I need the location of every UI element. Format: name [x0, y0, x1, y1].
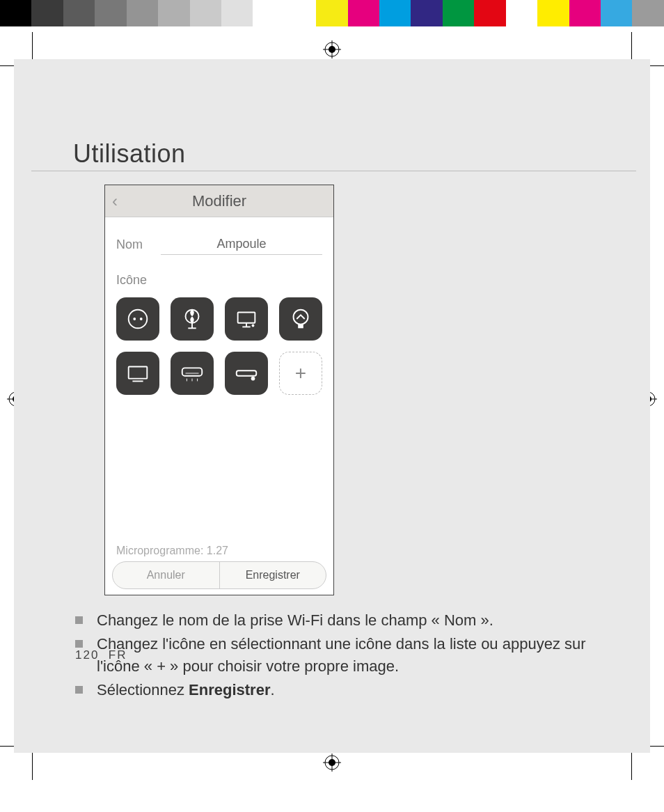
svg-rect-28: [129, 367, 148, 379]
phone-header-title: Modifier: [192, 192, 246, 210]
bullet-square-icon: [75, 640, 83, 648]
socket-icon[interactable]: [116, 297, 159, 341]
name-field-row: Nom: [105, 217, 333, 260]
svg-rect-22: [238, 313, 255, 323]
tv-icon[interactable]: [116, 352, 159, 395]
page-number: 120 FR: [75, 648, 127, 662]
svg-point-36: [251, 377, 255, 381]
svg-point-17: [133, 318, 136, 320]
icon-label: Icône: [105, 260, 333, 293]
instruction-bullet: Sélectionnez Enregistrer.: [75, 679, 608, 701]
phone-button-row: Annuler Enregistrer: [112, 561, 326, 589]
svg-point-26: [294, 310, 308, 325]
instruction-text: Sélectionnez Enregistrer.: [97, 679, 608, 701]
svg-point-18: [140, 318, 143, 320]
instruction-bullet: Changez le nom de la prise Wi-Fi dans le…: [75, 609, 608, 632]
bullet-square-icon: [75, 686, 83, 694]
instruction-bullet: Changez l'icône en sélectionnant une icô…: [75, 633, 608, 678]
instructions-list: Changez le nom de la prise Wi-Fi dans le…: [75, 609, 608, 703]
aircon-icon[interactable]: [171, 352, 214, 395]
heading-rule: [31, 171, 636, 171]
registration-mark-bottom: [323, 754, 341, 772]
phone-screenshot: ‹ Modifier Nom Icône + Microprogramme: 1…: [104, 185, 334, 595]
icon-grid: +: [105, 293, 333, 399]
crop-mark: [32, 32, 33, 60]
instruction-text: Changez l'icône en sélectionnant une icô…: [97, 633, 608, 678]
crop-mark: [631, 752, 632, 780]
bullet-square-icon: [75, 616, 83, 624]
name-input[interactable]: [161, 234, 322, 255]
name-label: Nom: [116, 237, 147, 252]
page-frame: Utilisation ‹ Modifier Nom Icône + Micro…: [14, 59, 650, 753]
registration-mark-top: [323, 40, 341, 58]
phone-header: ‹ Modifier: [105, 185, 333, 217]
back-chevron-icon[interactable]: ‹: [112, 192, 118, 211]
crop-mark: [32, 752, 33, 780]
monitor-icon[interactable]: [225, 297, 268, 341]
svg-rect-30: [182, 368, 203, 375]
fan-icon[interactable]: [171, 297, 214, 341]
crop-mark: [631, 32, 632, 60]
page-title: Utilisation: [73, 139, 186, 169]
add-icon-button[interactable]: +: [279, 352, 322, 395]
cancel-button[interactable]: Annuler: [113, 562, 220, 588]
svg-point-25: [252, 325, 255, 327]
instruction-text: Changez le nom de la prise Wi-Fi dans le…: [97, 609, 608, 632]
save-button[interactable]: Enregistrer: [220, 562, 326, 588]
color-calibration-bar: [0, 0, 664, 26]
svg-rect-35: [237, 370, 257, 376]
bulb-icon[interactable]: [279, 297, 322, 341]
firmware-label: Microprogramme: 1.27: [116, 545, 228, 557]
svg-rect-27: [298, 325, 303, 329]
svg-point-16: [129, 310, 148, 329]
soundbar-icon[interactable]: [225, 352, 268, 395]
